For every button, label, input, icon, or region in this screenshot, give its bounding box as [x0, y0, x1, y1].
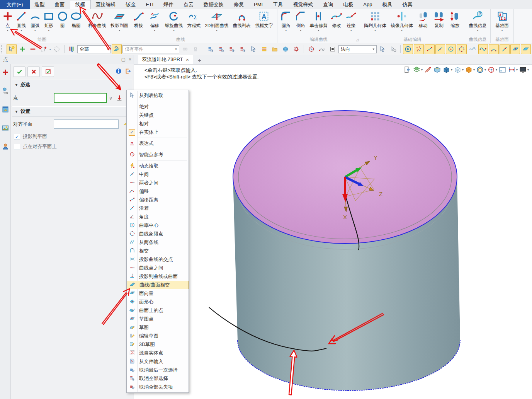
ok-button[interactable]: [13, 66, 25, 77]
ribbon-button-圆[interactable]: 圆: [56, 9, 70, 37]
snap-face-icon[interactable]: [521, 44, 531, 54]
dropdown-caret-icon[interactable]: ▾: [421, 68, 423, 72]
pick-arrow-icon[interactable]: [377, 44, 388, 54]
ribbon-button-偏移[interactable]: 偏移▾: [148, 9, 161, 37]
menu-item-曲线点之间[interactable]: 曲线点之间: [127, 264, 189, 272]
menu-item-取消全部选择[interactable]: 取消全部选择: [127, 374, 189, 383]
dropdown-caret-icon[interactable]: ▾: [501, 29, 503, 32]
snap-endpoint-icon[interactable]: [425, 44, 435, 54]
menu-item-绝对[interactable]: 绝对: [127, 102, 189, 111]
menu-tab-15[interactable]: 电极: [338, 0, 358, 9]
reproject-surface-icon[interactable]: [112, 44, 122, 54]
shaded-display-icon[interactable]: ▾: [442, 66, 452, 74]
dropdown-caret-icon[interactable]: ▾: [473, 68, 475, 72]
ribbon-button-圆角[interactable]: 圆角▾: [279, 9, 293, 37]
dropdown-caret-icon[interactable]: ▾: [451, 68, 452, 72]
dropdown-caret-icon[interactable]: ▾: [20, 29, 22, 32]
menu-item-相交[interactable]: 相交: [127, 247, 189, 255]
menu-item-取消全部丢失项[interactable]: 取消全部丢失项: [127, 383, 189, 391]
dropdown-caret-icon[interactable]: ▾: [496, 68, 497, 72]
ribbon-button-倒角[interactable]: 倒角▾: [294, 9, 308, 37]
ribbon-button-基准面[interactable]: 31 2基准面▾: [494, 9, 510, 37]
snap-quadrant-icon[interactable]: [457, 44, 467, 54]
dropdown-caret-icon[interactable]: ▾: [7, 29, 8, 32]
snap-center-icon[interactable]: [446, 44, 456, 54]
tab-close-icon[interactable]: ×: [186, 57, 189, 63]
menu-tab-0[interactable]: 文件(F): [0, 0, 30, 9]
folder-table-icon[interactable]: [270, 44, 280, 54]
snap-midpoint-icon[interactable]: [435, 44, 445, 54]
ribbon-button-曲线列表[interactable]: 曲线列表: [232, 9, 252, 37]
menu-tab-10[interactable]: 修复: [229, 0, 249, 9]
new-tab-button[interactable]: +: [198, 57, 201, 64]
zoom-tools-icon[interactable]: ▾: [476, 66, 486, 74]
ribbon-button-矩形[interactable]: 矩形▾: [42, 9, 56, 37]
dropdown-caret-icon[interactable]: ▾: [300, 29, 301, 32]
curve-hook-icon[interactable]: [317, 44, 327, 54]
orient-compass-icon[interactable]: [306, 44, 316, 54]
document-tab[interactable]: 双流道叶轮.Z3PRT ×: [138, 55, 193, 64]
menu-item-在实体上[interactable]: ✓在实体上: [127, 128, 189, 136]
ribbon-button-修改[interactable]: 修改: [330, 9, 343, 37]
menu-item-关键点[interactable]: 关键点: [127, 111, 189, 119]
dropdown-caret-icon[interactable]: ▾: [516, 68, 518, 72]
ribbon-button-2D剖面曲线[interactable]: 2D剖面曲线▾: [204, 9, 230, 37]
align-plane-input[interactable]: [54, 119, 119, 129]
ribbon-button-点[interactable]: 点▾: [1, 9, 15, 37]
menu-item-从列表拾取[interactable]: 从列表拾取: [127, 91, 189, 100]
combo-caret-icon[interactable]: ▾: [372, 47, 374, 51]
menu-tab-13[interactable]: 视觉样式: [288, 0, 318, 9]
sidebar-user-profile-icon[interactable]: [1, 142, 10, 151]
menu-item-两者之间[interactable]: 两者之间: [127, 179, 189, 187]
snap-scatter-points-icon[interactable]: [414, 44, 424, 54]
layer-visibility-icon[interactable]: ▾: [413, 66, 423, 74]
link-toggle-icon[interactable]: [180, 44, 190, 54]
menu-item-曲率中心[interactable]: 曲率中心: [127, 221, 189, 230]
dropdown-caret-icon[interactable]: ▾: [173, 29, 175, 32]
3d-viewport[interactable]: Y Z X <单击右键>获取点输入. <F8>或者<Shift-roll> 查找…: [134, 65, 532, 399]
lasso-select-icon[interactable]: [52, 44, 62, 54]
snap-on-line-icon[interactable]: [500, 44, 510, 54]
snap-face-point-icon[interactable]: [510, 44, 520, 54]
dropdown-caret-icon[interactable]: ▾: [350, 29, 352, 32]
web-table-icon[interactable]: [280, 44, 291, 54]
menu-tab-4[interactable]: 直接编辑: [91, 0, 121, 9]
ribbon-button-直线[interactable]: 直线▾: [15, 9, 29, 37]
ribbon-button-投影到面[interactable]: 投影到面▾: [109, 9, 129, 37]
menu-item-角度[interactable]: 角度: [127, 213, 189, 221]
section-box-icon[interactable]: [433, 66, 441, 74]
point-on-plane-checkbox[interactable]: [14, 144, 20, 150]
dropdown-caret-icon[interactable]: ▾: [401, 29, 403, 32]
menu-tab-17[interactable]: 模具: [377, 0, 397, 9]
menu-item-投影到曲线或曲面[interactable]: 投影到曲线或曲面: [127, 272, 189, 281]
lock-toggle-icon[interactable]: [190, 44, 201, 54]
menu-tab-16[interactable]: App: [358, 0, 377, 9]
pick-blue-list-icon[interactable]: [227, 44, 237, 54]
viewport-layout-icon[interactable]: [498, 66, 507, 74]
pick-cursor-icon[interactable]: [248, 44, 258, 54]
menu-item-沿着[interactable]: 沿着: [127, 204, 189, 213]
menu-item-编辑草图[interactable]: 编辑草图: [127, 332, 189, 340]
menu-item-面向量[interactable]: 面向量: [127, 289, 189, 298]
point-input[interactable]: [54, 93, 107, 103]
ribbon-button-线框文字[interactable]: A线框文字: [254, 9, 274, 37]
snap-autoplay-icon[interactable]: [403, 44, 413, 54]
menu-item-草图[interactable]: 草图: [127, 323, 189, 332]
ribbon-button-连接[interactable]: 连接▾: [344, 9, 358, 37]
menu-tab-7[interactable]: 焊件: [158, 0, 178, 9]
snap-tangent-arc-icon[interactable]: [489, 44, 499, 54]
ribbon-button-圆弧[interactable]: 圆弧▾: [28, 9, 42, 37]
menu-item-曲线象限点[interactable]: 曲线象限点: [127, 230, 189, 238]
panel-close-icon[interactable]: ×: [129, 57, 131, 62]
menu-tab-9[interactable]: 数据交换: [199, 0, 229, 9]
ribbon-button-椭圆[interactable]: 椭圆: [70, 9, 83, 37]
add-selection-icon[interactable]: [17, 44, 27, 54]
menu-item-面形心[interactable]: 面形心: [127, 298, 189, 306]
menu-tab-18[interactable]: 仿真: [397, 0, 417, 9]
point-filter-icon[interactable]: [115, 94, 124, 102]
info-button[interactable]: [115, 68, 122, 76]
dropdown-caret-icon[interactable]: ▾: [484, 68, 486, 72]
sidebar-part-window-icon[interactable]: [1, 105, 10, 114]
menu-item-从两条线[interactable]: 从两条线: [127, 238, 189, 247]
pin-exit-button[interactable]: [124, 68, 131, 76]
